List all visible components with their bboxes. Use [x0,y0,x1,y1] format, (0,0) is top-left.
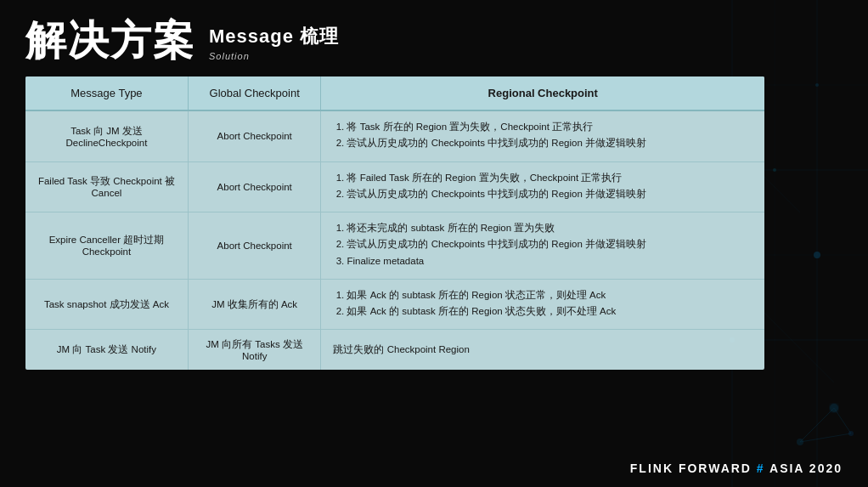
cell-global-4: JM 向所有 Tasks 发送 Notify [188,330,321,371]
footer-event: ASIA 2020 [769,462,843,475]
cell-regional-0: 将 Task 所在的 Region 置为失败，Checkpoint 正常执行尝试… [321,110,764,161]
cell-regional-1: 将 Failed Task 所在的 Region 置为失败，Checkpoint… [321,161,764,212]
table-row: Task 向 JM 发送 DeclineCheckpointAbort Chec… [25,110,764,161]
col-header-regional: Regional Checkpoint [321,76,764,110]
cell-regional-4: 跳过失败的 Checkpoint Region [321,330,764,371]
title-english-main: Message 梳理 [209,24,339,49]
cell-global-2: Abort Checkpoint [188,212,321,280]
svg-point-16 [797,439,803,445]
table-row: Task snapshot 成功发送 AckJM 收集所有的 Ack如果 Ack… [25,279,764,330]
main-table-container: Message Type Global Checkpoint Regional … [25,76,764,370]
col-header-type: Message Type [25,76,188,110]
table-header-row: Message Type Global Checkpoint Regional … [25,76,764,110]
regional-list-item: 将还未完成的 subtask 所在的 Region 置为失败 [347,221,752,235]
regional-list-item: 将 Task 所在的 Region 置为失败，Checkpoint 正常执行 [347,120,752,134]
svg-line-18 [800,433,851,442]
footer: FLINK FORWARD # ASIA 2020 [630,462,843,475]
table-row: JM 向 Task 发送 NotifyJM 向所有 Tasks 发送 Notif… [25,330,764,371]
cell-global-1: Abort Checkpoint [188,161,321,212]
cell-global-0: Abort Checkpoint [188,110,321,161]
svg-line-17 [834,408,851,433]
title-english-sub: Solution [209,51,339,61]
cell-type-0: Task 向 JM 发送 DeclineCheckpoint [25,110,188,161]
regional-list-item: 如果 Ack 的 subtask 所在的 Region 状态正常，则处理 Ack [347,288,752,303]
cell-type-4: JM 向 Task 发送 Notify [25,330,188,371]
regional-list-item: 尝试从历史成功的 Checkpoints 中找到成功的 Region 并做逻辑映… [347,237,752,252]
cell-regional-2: 将还未完成的 subtask 所在的 Region 置为失败尝试从历史成功的 C… [321,212,764,280]
footer-brand: FLINK FORWARD # ASIA 2020 [630,462,843,475]
regional-list-item: Finalize metadata [347,254,752,269]
cell-type-2: Expire Canceller 超时过期 Checkpoint [25,212,188,280]
title-chinese: 解决方案 [25,20,195,61]
cell-global-3: JM 收集所有的 Ack [188,279,321,330]
regional-plain-text: 跳过失败的 Checkpoint Region [333,344,469,354]
col-header-global: Global Checkpoint [188,76,321,110]
footer-hash: # [757,462,765,475]
svg-point-14 [830,404,838,412]
cell-regional-3: 如果 Ack 的 subtask 所在的 Region 状态正常，则处理 Ack… [321,279,764,330]
regional-list-item: 尝试从历史成功的 Checkpoints 中找到成功的 Region 并做逻辑映… [347,187,752,201]
regional-list-item: 尝试从历史成功的 Checkpoints 中找到成功的 Region 并做逻辑映… [347,136,752,150]
svg-line-19 [800,408,834,442]
message-table: Message Type Global Checkpoint Regional … [25,76,764,370]
cell-type-3: Task snapshot 成功发送 Ack [25,279,188,330]
table-row: Expire Canceller 超时过期 CheckpointAbort Ch… [25,212,764,280]
header: 解决方案 Message 梳理 Solution [25,20,843,61]
title-right: Message 梳理 Solution [209,20,339,61]
regional-list-item: 将 Failed Task 所在的 Region 置为失败，Checkpoint… [347,171,752,185]
svg-point-15 [848,431,854,436]
table-row: Failed Task 导致 Checkpoint 被 CancelAbort … [25,161,764,212]
cell-type-1: Failed Task 导致 Checkpoint 被 Cancel [25,161,188,212]
regional-list-item: 如果 Ack 的 subtask 所在的 Region 状态失败，则不处理 Ac… [347,304,752,319]
